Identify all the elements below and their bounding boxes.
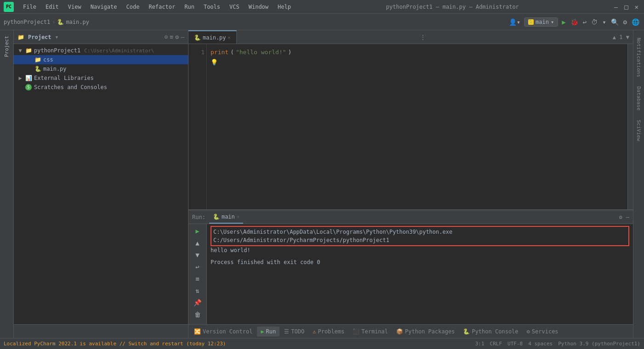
tree-main-py[interactable]: 🐍 main.py [14, 64, 188, 73]
status-bar-right: 3:1 CRLF UTF-8 4 spaces Python 3.9 (pyth… [475, 341, 640, 347]
menu-file[interactable]: File [21, 3, 38, 11]
panel-scrollbar[interactable] [14, 324, 188, 338]
cmd-highlighted: C:\Users\Administrator\AppData\Local\Pro… [211, 226, 629, 246]
run-tab-close[interactable]: ✕ [237, 214, 239, 219]
database-tab[interactable]: Database [635, 83, 643, 114]
bottom-tab-packages[interactable]: 📦 Python Packages [393, 326, 458, 337]
profile-btn[interactable]: ⏱ [590, 17, 598, 27]
close-paren: ) [288, 48, 292, 57]
run-pin-btn[interactable]: 📌 [192, 298, 203, 308]
panel-collapse-icon[interactable]: ≡ [170, 34, 174, 40]
run-body: ▶ ▲ ▼ ↩ ≡ ⇅ 📌 🗑 C:\Users\Administrator\A… [188, 224, 633, 324]
menu-view[interactable]: View [66, 3, 83, 11]
run-wrap-btn[interactable]: ↩ [194, 262, 200, 272]
python-console-label: Python Console [472, 328, 518, 335]
exit-line: Process finished with exit code 0 [211, 258, 629, 266]
bottom-tab-todo[interactable]: ☰ TODO [280, 326, 308, 337]
services-label: Services [532, 328, 559, 335]
ext-arrow: ▶ [17, 75, 23, 81]
line-ending[interactable]: CRLF [490, 341, 502, 347]
open-paren: ( [230, 48, 234, 57]
avatar-icon[interactable]: 👤▾ [508, 17, 521, 27]
encoding[interactable]: UTF-8 [507, 341, 523, 347]
menu-bar: File Edit View Navigate Code Refactor Ru… [21, 3, 293, 11]
window-controls: — □ ✕ [612, 3, 640, 11]
menu-code[interactable]: Code [125, 3, 142, 11]
cursor-position[interactable]: 3:1 [475, 341, 484, 347]
notifications-tab[interactable]: Notifications [635, 34, 643, 81]
settings-btn[interactable]: ⚙ [622, 17, 628, 27]
run-settings-icon[interactable]: ⚙ [619, 214, 622, 220]
print-keyword: print [211, 48, 228, 57]
bottom-tab-services[interactable]: ⚙ Services [523, 326, 562, 337]
bottom-tab-python-console[interactable]: 🐍 Python Console [459, 326, 522, 337]
run-header: Run: 🐍 main ✕ ⚙ — [188, 210, 633, 224]
editor-tab-main-py[interactable]: 🐍 main.py ✕ [188, 30, 237, 44]
run-label: Run: [192, 214, 205, 220]
run-clear-btn[interactable]: 🗑 [193, 310, 202, 320]
run-btn[interactable]: ▶ [561, 17, 566, 27]
tree-css-folder[interactable]: 📁 css [14, 55, 188, 64]
run-config-selector[interactable]: 🐍 main ▾ [524, 17, 558, 27]
menu-vcs[interactable]: VCS [228, 3, 241, 11]
run-collapse-icon[interactable]: — [626, 214, 629, 220]
indent-setting[interactable]: 4 spaces [528, 341, 553, 347]
menu-refactor[interactable]: Refactor [147, 3, 177, 11]
bottom-tab-run[interactable]: ▶ Run [257, 326, 279, 337]
status-bar: Localized PyCharm 2022.1 is available //… [0, 338, 644, 349]
panel-close-icon[interactable]: — [181, 34, 184, 40]
panel-title: Project [28, 34, 51, 40]
services-icon: ⚙ [527, 328, 530, 335]
python-console-icon: 🐍 [463, 328, 470, 335]
line-number-1: 1 [190, 48, 205, 57]
tab-file-icon: 🐍 [194, 34, 201, 41]
panel-settings-icon[interactable]: ⚙ [175, 34, 179, 40]
sciview-tab[interactable]: SciView [635, 116, 643, 145]
menu-navigate[interactable]: Navigate [89, 3, 119, 11]
run-toolbar: ▶ ▲ ▼ ↩ ≡ ⇅ 📌 🗑 [188, 224, 207, 324]
maximize-btn[interactable]: □ [622, 3, 630, 11]
breadcrumb-project[interactable]: pythonProject1 [4, 19, 50, 25]
tab-more-btn[interactable]: ⋮ [416, 30, 429, 44]
run-scroll-up-btn[interactable]: ▲ [194, 238, 200, 248]
left-strip-project-label[interactable]: Project [3, 32, 11, 61]
menu-edit[interactable]: Edit [44, 3, 61, 11]
problems-icon: ⚠ [313, 328, 316, 335]
bottom-tab-vcs[interactable]: 🔀 Version Control [190, 326, 256, 337]
tab-close-btn[interactable]: ✕ [228, 35, 231, 40]
lightbulb-hint[interactable]: 💡 [211, 58, 624, 67]
run-config-name: main [536, 19, 549, 25]
panel-locate-icon[interactable]: ⊙ [165, 34, 168, 40]
menu-window[interactable]: Window [247, 3, 270, 11]
minimize-btn[interactable]: — [612, 3, 620, 11]
run-output: C:\Users\Administrator\AppData\Local\Pro… [207, 224, 633, 324]
title-bar: PC File Edit View Navigate Code Refactor… [0, 0, 644, 14]
panel-dropdown-icon[interactable]: ▾ [55, 34, 59, 40]
more-run-btn[interactable]: ▾ [601, 17, 607, 27]
tree-ext-lib[interactable]: ▶ 📊 External Libraries [14, 73, 188, 83]
run-scroll-down-btn[interactable]: ▼ [194, 250, 200, 260]
tree-scratches[interactable]: S Scratches and Consoles [14, 83, 188, 92]
update-status[interactable]: Localized PyCharm 2022.1 is available //… [4, 341, 226, 347]
menu-help[interactable]: Help [276, 3, 293, 11]
menu-tools[interactable]: Tools [202, 3, 222, 11]
menu-run[interactable]: Run [182, 3, 196, 11]
search-everywhere-btn[interactable]: 🔍 [610, 17, 620, 27]
update-btn[interactable]: 🌐 [631, 17, 640, 27]
bottom-tab-problems[interactable]: ⚠ Problems [309, 326, 348, 337]
python-version[interactable]: Python 3.9 (pythonProject1) [558, 341, 640, 347]
coverage-btn[interactable]: ↩ [582, 17, 587, 27]
run-tab-main[interactable]: 🐍 main ✕ [209, 210, 243, 224]
run-filter-btn[interactable]: ≡ [194, 274, 200, 284]
bottom-tab-terminal[interactable]: ⬛ Terminal [349, 326, 392, 337]
tab-bar: 🐍 main.py ✕ ⋮ ▲ 1 ▼ [188, 30, 633, 44]
run-sort-btn[interactable]: ⇅ [194, 286, 200, 296]
breadcrumb-file[interactable]: main.py [66, 19, 89, 25]
close-btn[interactable]: ✕ [633, 3, 640, 11]
code-area[interactable]: print("hello world!") 💡 [207, 44, 627, 209]
run-play-btn[interactable]: ▶ [194, 226, 200, 236]
tree-root[interactable]: ▼ 📁 pythonProject1 C:\Users\Administrato… [14, 46, 188, 55]
project-panel: 📁 Project ▾ ⊙ ≡ ⚙ — ▼ 📁 pythonProject1 C… [14, 30, 188, 338]
debug-btn[interactable]: 🐞 [570, 17, 579, 27]
editor-scrollbar[interactable] [627, 44, 633, 209]
